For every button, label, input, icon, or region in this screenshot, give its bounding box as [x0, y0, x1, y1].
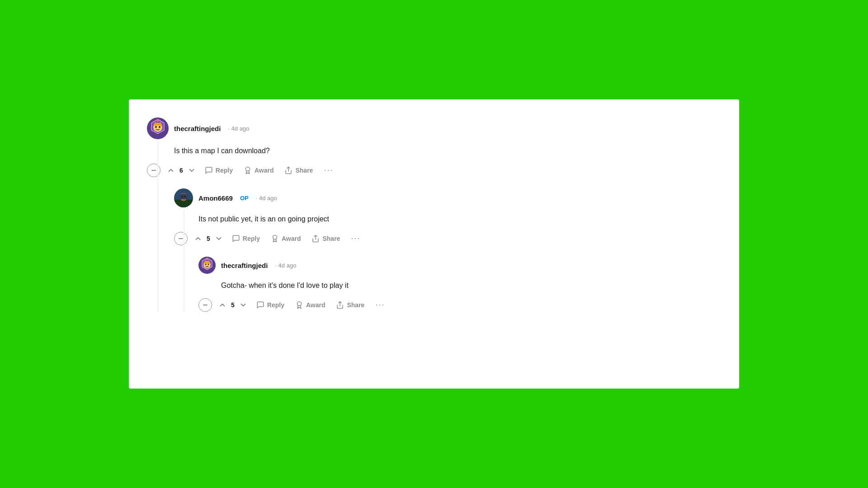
username-1: thecraftingjedi	[174, 125, 221, 132]
svg-point-4	[155, 126, 157, 128]
svg-point-5	[159, 126, 160, 128]
share-button-1[interactable]: Share	[280, 164, 317, 177]
award-button-3[interactable]: Award	[291, 298, 330, 312]
timestamp-1: · 4d ago	[228, 125, 249, 132]
more-button-2[interactable]: ···	[346, 231, 365, 246]
username-2: Amon6669	[198, 194, 233, 202]
action-bar-2: 5 Reply Award	[174, 231, 717, 246]
upvote-button-3[interactable]	[216, 298, 229, 312]
nested-comment-2-container: Amon6669 OP · 4d ago Its not public yet,…	[174, 188, 717, 312]
downvote-button-2[interactable]	[212, 232, 226, 245]
downvote-button-1[interactable]	[185, 164, 198, 177]
action-bar-3: 5 Reply	[198, 297, 717, 312]
comment-body-2: Its not public yet, it is an on going pr…	[198, 214, 717, 225]
vote-count-3: 5	[231, 301, 235, 309]
upvote-button-2[interactable]	[191, 232, 205, 245]
collapse-button-2[interactable]	[174, 232, 188, 245]
comment-body-1: Is this a map I can download?	[174, 145, 717, 156]
timestamp-3: · 4d ago	[275, 262, 296, 269]
share-button-3[interactable]: Share	[331, 298, 369, 312]
reply-button-1[interactable]: Reply	[200, 164, 237, 177]
comment-header-1: thecraftingjedi · 4d ago	[147, 117, 717, 139]
award-button-1[interactable]: Award	[239, 164, 278, 177]
thread-line-1	[157, 140, 158, 312]
comment-body-3: Gotcha- when it's done I'd love to play …	[221, 280, 717, 291]
share-button-2[interactable]: Share	[307, 232, 344, 245]
username-3: thecraftingjedi	[221, 262, 268, 269]
upvote-button-1[interactable]	[164, 164, 178, 177]
action-bar-1: 6 Reply Award	[147, 163, 717, 178]
avatar-1	[147, 117, 169, 139]
comment-thread-1: thecraftingjedi · 4d ago Is this a map I…	[147, 117, 717, 312]
svg-point-12	[182, 196, 183, 197]
vote-count-2: 5	[207, 235, 210, 242]
avatar-2	[174, 188, 193, 207]
op-badge-2: OP	[240, 195, 249, 202]
comment-header-2: Amon6669 OP · 4d ago	[174, 188, 717, 207]
more-button-3[interactable]: ···	[371, 297, 389, 312]
downvote-button-3[interactable]	[236, 298, 250, 312]
comment-header-3: thecraftingjedi · 4d ago	[198, 257, 717, 274]
svg-point-22	[208, 264, 209, 265]
collapse-button-1[interactable]	[147, 164, 160, 177]
avatar-3	[198, 257, 216, 274]
reply-button-2[interactable]: Reply	[227, 232, 264, 245]
thread-line-2	[184, 208, 184, 312]
vote-count-1: 6	[179, 167, 183, 174]
nested-comment-3-container: thecraftingjedi · 4d ago Gotcha- when it…	[198, 257, 717, 312]
comment-card: thecraftingjedi · 4d ago Is this a map I…	[129, 99, 739, 389]
timestamp-2: · 4d ago	[256, 195, 277, 202]
more-button-1[interactable]: ···	[319, 163, 338, 178]
svg-point-21	[205, 264, 207, 265]
reply-button-3[interactable]: Reply	[252, 298, 289, 312]
award-button-2[interactable]: Award	[266, 232, 306, 245]
collapse-button-3[interactable]	[198, 298, 212, 312]
svg-point-13	[184, 196, 186, 197]
